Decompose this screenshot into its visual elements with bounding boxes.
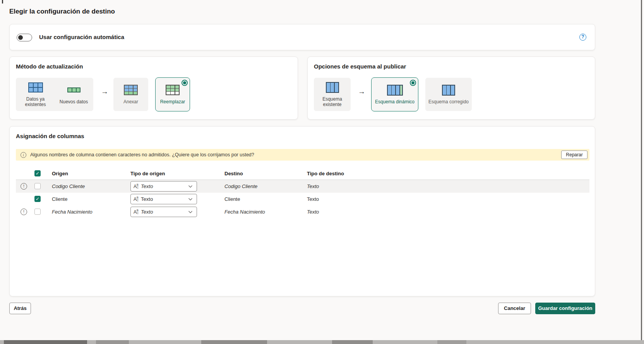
row-checkbox[interactable] bbox=[34, 183, 41, 189]
arrow-right-icon: → bbox=[358, 87, 365, 96]
origin-type-value: Texto bbox=[141, 196, 153, 202]
cancel-button[interactable]: Cancelar bbox=[498, 303, 531, 314]
cell-destination: Fecha Nacimiento bbox=[224, 205, 265, 218]
existing-schema-label: Esquema existente bbox=[314, 96, 350, 107]
cell-destination-type: Texto bbox=[307, 205, 319, 218]
new-data-row-icon bbox=[67, 85, 80, 96]
origin-type-dropdown[interactable]: ABC Texto bbox=[130, 207, 197, 217]
existing-data-table-icon bbox=[28, 82, 43, 93]
vertical-scrollbar[interactable] bbox=[641, 0, 642, 344]
table-row[interactable]: ! Codigo Cliente ABC Texto Codigo Client… bbox=[16, 180, 589, 193]
new-data-label: Nuevos datos bbox=[60, 99, 88, 104]
schema-columns-icon bbox=[442, 85, 455, 96]
screen-edge-artifact bbox=[2, 0, 3, 3]
row-warning-icon: ! bbox=[21, 183, 27, 190]
auto-config-toggle[interactable] bbox=[17, 34, 32, 41]
replace-option-card[interactable]: Reemplazar bbox=[155, 77, 190, 111]
update-method-title: Método de actualización bbox=[16, 63, 83, 70]
auto-config-label: Usar configuración automática bbox=[39, 24, 124, 50]
schema-options-title: Opciones de esquema al publicar bbox=[314, 63, 406, 70]
back-button[interactable]: Atrás bbox=[9, 303, 31, 314]
chevron-down-icon bbox=[188, 211, 193, 214]
row-checkbox[interactable] bbox=[34, 196, 41, 202]
cell-destination: Codigo Cliente bbox=[224, 180, 257, 193]
append-table-icon bbox=[124, 85, 138, 96]
header-destination: Destino bbox=[224, 171, 243, 176]
append-option-label: Anexar bbox=[122, 99, 140, 104]
origin-type-value: Texto bbox=[141, 183, 153, 189]
page-title: Elegir la configuración de destino bbox=[9, 8, 115, 15]
chevron-down-icon bbox=[188, 185, 193, 188]
schema-options-card: Opciones de esquema al publicar Esquema … bbox=[307, 56, 595, 120]
cell-destination-type: Texto bbox=[307, 193, 319, 205]
table-row[interactable]: ! Fecha Nacimiento ABC Texto Fecha Nacim… bbox=[16, 205, 589, 218]
help-icon[interactable]: ? bbox=[579, 34, 586, 41]
origin-type-dropdown[interactable]: ABC Texto bbox=[130, 194, 197, 204]
chevron-down-icon bbox=[188, 198, 193, 201]
header-origin-type: Tipo de origen bbox=[130, 171, 165, 176]
replace-table-icon bbox=[166, 85, 180, 96]
schema-columns-dynamic-icon bbox=[387, 85, 403, 96]
cell-origin: Codigo Cliente bbox=[52, 180, 85, 193]
origin-type-value: Texto bbox=[141, 209, 153, 215]
abc-text-type-icon: ABC bbox=[134, 184, 139, 189]
existing-schema-item: Esquema existente bbox=[314, 78, 351, 111]
dynamic-schema-label: Esquema dinámico bbox=[373, 99, 416, 104]
update-method-card: Método de actualización Datos ya existen… bbox=[9, 56, 298, 120]
header-origin: Origen bbox=[52, 171, 68, 176]
arrow-right-icon: → bbox=[101, 87, 108, 96]
radio-selected-icon bbox=[182, 80, 188, 86]
existing-data-item: Datos ya existentes bbox=[16, 78, 55, 111]
toggle-knob-icon bbox=[18, 35, 23, 40]
fixed-schema-option-card[interactable]: Esquema corregido bbox=[425, 78, 472, 111]
cell-destination: Cliente bbox=[224, 193, 240, 205]
header-destination-type: Tipo de destino bbox=[307, 171, 344, 176]
fixed-schema-label: Esquema corregido bbox=[427, 99, 470, 104]
info-circle-icon: i bbox=[21, 152, 26, 158]
column-mapping-card: Asignación de columnas i Algunos nombres… bbox=[9, 126, 595, 296]
repair-button[interactable]: Reparar bbox=[561, 151, 587, 159]
column-mapping-title: Asignación de columnas bbox=[16, 133, 84, 139]
table-header-row: Origen Tipo de origen Destino Tipo de de… bbox=[16, 168, 589, 180]
replace-option-label: Reemplazar bbox=[159, 99, 187, 104]
abc-text-type-icon: ABC bbox=[134, 197, 139, 202]
warning-text: Algunos nombres de columna contienen car… bbox=[30, 152, 254, 157]
existing-data-label: Datos ya existentes bbox=[16, 96, 55, 107]
select-all-checkbox[interactable] bbox=[34, 170, 41, 176]
update-source-group: Datos ya existentes Nuevos datos bbox=[16, 78, 93, 111]
background-content-strip bbox=[0, 340, 644, 344]
cell-origin: Fecha Nacimiento bbox=[52, 205, 92, 218]
radio-selected-icon bbox=[410, 80, 416, 86]
warning-banner: i Algunos nombres de columna contienen c… bbox=[16, 149, 589, 161]
table-row[interactable]: ! Cliente ABC Texto Cliente Texto bbox=[16, 193, 589, 205]
schema-columns-icon bbox=[326, 82, 339, 93]
row-warning-icon: ! bbox=[21, 209, 27, 215]
append-option-card[interactable]: Anexar bbox=[113, 78, 148, 111]
cell-destination-type: Texto bbox=[307, 180, 319, 193]
cell-origin: Cliente bbox=[52, 193, 67, 205]
auto-config-card: Usar configuración automática ? bbox=[9, 24, 595, 50]
abc-text-type-icon: ABC bbox=[134, 209, 139, 214]
row-checkbox[interactable] bbox=[34, 209, 41, 215]
dynamic-schema-option-card[interactable]: Esquema dinámico bbox=[371, 77, 418, 111]
save-configuration-button[interactable]: Guardar configuración bbox=[535, 303, 595, 314]
origin-type-dropdown[interactable]: ABC Texto bbox=[130, 181, 197, 192]
new-data-item: Nuevos datos bbox=[55, 78, 93, 111]
